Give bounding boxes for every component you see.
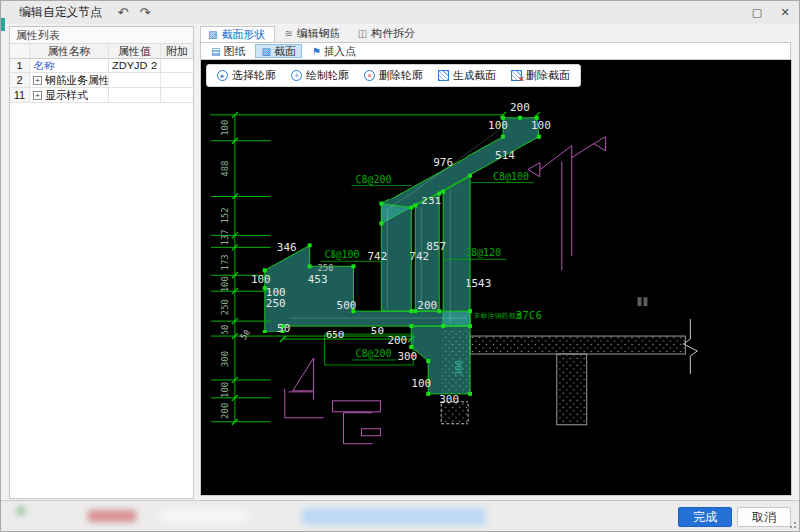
select-outline-icon: ▸ (217, 70, 228, 81)
cad-label: 137 (220, 229, 230, 245)
cad-label: C8@100 (325, 249, 360, 260)
generate-section-icon (438, 70, 449, 81)
sheet-button[interactable]: ▤ 图纸 (205, 44, 251, 58)
vertex-handle[interactable] (379, 202, 383, 206)
edit-rebar-icon: ≋ (284, 28, 292, 39)
insert-point-button[interactable]: ⚑ 插入点 (306, 44, 362, 58)
cad-label: 976 (433, 156, 453, 169)
cad-label: 50 (220, 325, 230, 335)
cad-label: 100 (220, 276, 230, 292)
cad-label: C8@200 (355, 348, 391, 359)
cad-drawing[interactable]: 2001001009765142313467427428571543100453… (201, 60, 791, 496)
vertex-handle[interactable] (379, 221, 383, 225)
prop-name: 钢筋业务属性 (45, 73, 109, 87)
prop-value-input[interactable]: ZDYJD-2 (109, 59, 161, 72)
cad-label: 514 (495, 149, 515, 162)
col-name: 属性名称 (30, 44, 109, 58)
vertex-handle[interactable] (351, 264, 355, 268)
cad-label: 300 (397, 350, 417, 363)
finish-button[interactable]: 完成 (678, 507, 732, 527)
cad-label: 100 (251, 273, 271, 286)
expand-icon[interactable]: + (33, 91, 42, 100)
maximize-button[interactable]: ▢ (743, 2, 771, 24)
cad-label: 200 (220, 403, 230, 419)
vertex-handle[interactable] (537, 135, 541, 139)
undo-icon[interactable]: ↶ (112, 5, 134, 20)
tab-edit-rebar[interactable]: ≋ 编辑钢筋 (277, 26, 348, 42)
delete-section-button[interactable]: × 删除截面 (511, 68, 570, 83)
cad-label: 742 (367, 250, 387, 263)
insert-point-icon: ⚑ (312, 46, 321, 57)
ribbon-toolbar: ▤ 图纸 ▨ 截面 ⚑ 插入点 (200, 42, 791, 59)
cad-label: C8@100 (493, 171, 529, 182)
property-table: 属性名称 属性值 附加 1 名称 ZDYJD-2 2 +钢筋业务属性 11 +显… (10, 44, 193, 103)
cad-label: 346 (277, 241, 297, 254)
delete-outline-button[interactable]: × 删除轮廓 (364, 68, 423, 83)
cad-label: 300 (220, 351, 230, 367)
vertex-handle[interactable] (426, 359, 430, 363)
hatch-areas (441, 329, 685, 425)
cad-label: C8@200 (355, 174, 391, 185)
tab-component-split[interactable]: ◫ 构件拆分 (351, 26, 424, 42)
table-row[interactable]: 1 名称 ZDYJD-2 (10, 59, 193, 73)
table-row[interactable]: 2 +钢筋业务属性 (10, 73, 193, 88)
vertex-handle[interactable] (409, 206, 413, 210)
cad-label: 100 (488, 119, 508, 132)
vertex-handle[interactable] (409, 309, 413, 313)
tab-bar: ▨ 截面形状 ≋ 编辑钢筋 ◫ 构件拆分 (200, 26, 791, 42)
generate-section-button[interactable]: 生成截面 (438, 68, 496, 83)
expand-icon[interactable]: + (33, 76, 42, 85)
cancel-button[interactable]: 取消 (737, 507, 791, 527)
vertex-handle[interactable] (518, 116, 522, 120)
property-panel-title: 属性列表 (10, 27, 193, 44)
vertex-handle[interactable] (308, 264, 312, 268)
canvas-toolbar: ▸ 选择轮廓 + 绘制轮廓 × 删除轮廓 生成截面 × 删除截面 (206, 64, 581, 87)
cad-label: 200 (387, 334, 407, 347)
vertex-handle[interactable] (441, 190, 445, 194)
vertex-handle[interactable] (308, 243, 312, 247)
cad-label: 152 (220, 207, 230, 223)
table-row[interactable]: 11 +显示样式 (10, 88, 193, 103)
vertex-handle[interactable] (409, 345, 413, 349)
taskbar-blur-green (17, 507, 25, 515)
section-button[interactable]: ▨ 截面 (255, 44, 301, 58)
resize-grip[interactable] (789, 521, 797, 529)
vertex-handle[interactable] (501, 135, 505, 139)
cad-label: 300 (454, 360, 464, 376)
close-button[interactable]: ✕ (771, 2, 799, 24)
select-outline-button[interactable]: ▸ 选择轮廓 (217, 68, 276, 83)
vertex-handle[interactable] (437, 309, 441, 313)
draw-outline-icon: + (291, 70, 302, 81)
section-icon: ▨ (261, 46, 270, 57)
cad-label: 200 (510, 101, 530, 114)
cad-label: 1543 (466, 277, 491, 290)
cad-label: 250 (220, 299, 230, 315)
cad-label: 650 (326, 329, 345, 341)
redo-icon[interactable]: ↷ (134, 5, 156, 20)
col-value: 属性值 (109, 44, 161, 58)
taskbar-blur-white (160, 509, 249, 523)
vertex-handle[interactable] (409, 324, 413, 328)
vertex-handle[interactable] (468, 174, 472, 178)
cad-canvas[interactable]: ▸ 选择轮廓 + 绘制轮廓 × 删除轮廓 生成截面 × 删除截面 (200, 59, 792, 496)
vertex-handle[interactable] (468, 392, 472, 396)
draw-outline-button[interactable]: + 绘制轮廓 (291, 68, 349, 83)
cad-label: 250 (317, 263, 333, 273)
prop-name: 显示样式 (45, 88, 88, 102)
cad-label: 300 (439, 393, 459, 406)
vertex-handle[interactable] (468, 324, 472, 328)
vertex-handle[interactable] (441, 324, 445, 328)
cad-label: 50 (238, 328, 252, 342)
cad-label: 37C6 (516, 309, 542, 322)
cad-label: 453 (308, 273, 328, 286)
vertex-handle[interactable] (468, 309, 472, 313)
vertex-handle[interactable] (413, 204, 417, 208)
sheet-icon: ▤ (211, 46, 220, 57)
tab-section-shape[interactable]: ▨ 截面形状 (200, 26, 275, 42)
vertex-handle[interactable] (426, 392, 430, 396)
property-table-header: 属性名称 属性值 附加 (10, 44, 193, 59)
vertex-handle[interactable] (263, 268, 267, 272)
vertex-handle[interactable] (263, 330, 267, 333)
cad-label: 100 (220, 120, 230, 136)
section-shape-icon: ▨ (208, 29, 217, 40)
